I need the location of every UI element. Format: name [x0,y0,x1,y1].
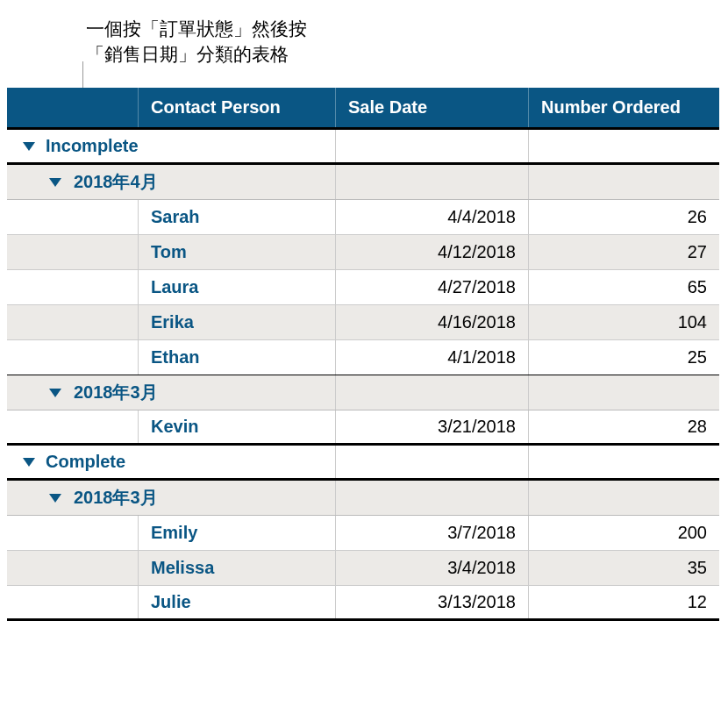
grouped-table: Contact Person Sale Date Number Ordered … [7,88,719,621]
cell-date: 3/13/2018 [336,586,529,618]
cell-date: 4/4/2018 [336,200,529,234]
cell-contact: Kevin [139,410,336,443]
header-empty [7,88,139,127]
cell-contact: Erika [139,305,336,339]
subgroup-label: 2018年3月 [74,381,158,404]
group-row-complete[interactable]: Complete [7,446,719,481]
cell-date: 3/4/2018 [336,551,529,585]
cell-number: 26 [529,200,719,234]
cell-contact: Laura [139,270,336,304]
group-label: Complete [46,452,125,472]
cell-number: 104 [529,305,719,339]
disclosure-triangle-icon[interactable] [23,458,35,467]
cell-date: 4/16/2018 [336,305,529,339]
cell-date: 3/21/2018 [336,410,529,443]
table-row[interactable]: Tom 4/12/2018 27 [7,235,719,270]
cell-contact: Sarah [139,200,336,234]
subgroup-label: 2018年4月 [74,170,158,194]
cell-number: 28 [529,410,719,443]
disclosure-triangle-icon[interactable] [23,142,35,151]
header-sale-date[interactable]: Sale Date [336,88,529,127]
table-row[interactable]: Sarah 4/4/2018 26 [7,200,719,235]
disclosure-triangle-icon[interactable] [49,494,61,503]
table-row[interactable]: Melissa 3/4/2018 35 [7,551,719,586]
header-contact-person[interactable]: Contact Person [139,88,336,127]
subgroup-label: 2018年3月 [74,486,158,510]
callout-line-1: 一個按「訂單狀態」然後按 [86,16,307,41]
disclosure-triangle-icon[interactable] [49,178,61,187]
header-number-ordered[interactable]: Number Ordered [529,88,719,127]
callout-text: 一個按「訂單狀態」然後按 「銷售日期」分類的表格 [86,16,307,68]
table-row[interactable]: Laura 4/27/2018 65 [7,270,719,305]
cell-number: 25 [529,340,719,375]
cell-date: 4/12/2018 [336,235,529,269]
group-label: Incomplete [46,136,139,156]
cell-number: 200 [529,516,719,550]
subgroup-row-2018-04[interactable]: 2018年4月 [7,165,719,200]
cell-contact: Julie [139,586,336,618]
callout-line-2: 「銷售日期」分類的表格 [86,41,307,67]
table-header-row: Contact Person Sale Date Number Ordered [7,88,719,130]
disclosure-triangle-icon[interactable] [49,389,61,397]
cell-number: 27 [529,235,719,269]
table-row[interactable]: Kevin 3/21/2018 28 [7,410,719,446]
group-row-incomplete[interactable]: Incomplete [7,130,719,165]
cell-date: 3/7/2018 [336,516,529,550]
table-row[interactable]: Ethan 4/1/2018 25 [7,340,719,375]
table-row[interactable]: Erika 4/16/2018 104 [7,305,719,340]
cell-number: 35 [529,551,719,585]
cell-number: 65 [529,270,719,304]
subgroup-row-2018-03-b[interactable]: 2018年3月 [7,481,719,516]
cell-contact: Emily [139,516,336,550]
cell-contact: Tom [139,235,336,269]
cell-date: 4/1/2018 [336,340,529,375]
subgroup-row-2018-03[interactable]: 2018年3月 [7,375,719,410]
table-row[interactable]: Emily 3/7/2018 200 [7,516,719,551]
cell-date: 4/27/2018 [336,270,529,304]
cell-contact: Ethan [139,340,336,375]
table-row[interactable]: Julie 3/13/2018 12 [7,586,719,621]
cell-number: 12 [529,586,719,618]
cell-contact: Melissa [139,551,336,585]
